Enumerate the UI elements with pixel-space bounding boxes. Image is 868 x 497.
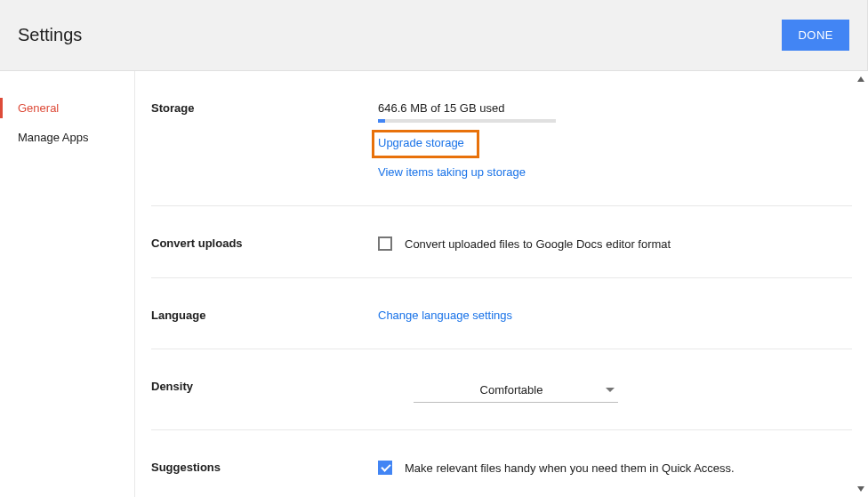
section-label-suggestions: Suggestions <box>151 461 378 475</box>
convert-uploads-text: Convert uploaded files to Google Docs ed… <box>405 237 671 251</box>
section-language: Language Change language settings <box>151 305 852 349</box>
svg-marker-0 <box>857 76 864 82</box>
section-density: Density Comfortable <box>151 376 852 430</box>
density-dropdown[interactable]: Comfortable <box>414 380 618 403</box>
convert-uploads-checkbox[interactable] <box>378 236 392 251</box>
scroll-up-icon[interactable] <box>856 75 865 84</box>
storage-progress-fill <box>378 119 385 123</box>
storage-progress-bar <box>378 119 556 123</box>
header: Settings DONE <box>0 0 868 71</box>
highlight-upgrade-storage: Upgrade storage <box>372 130 479 158</box>
done-button[interactable]: DONE <box>782 20 849 51</box>
section-label-density: Density <box>151 380 378 403</box>
sidebar-item-manage-apps[interactable]: Manage Apps <box>0 127 134 148</box>
sidebar-item-label: Manage Apps <box>18 131 89 144</box>
section-storage: Storage 646.6 MB of 15 GB used Upgrade s… <box>151 98 852 206</box>
upgrade-storage-link[interactable]: Upgrade storage <box>378 136 464 149</box>
page-title: Settings <box>18 25 82 45</box>
section-label-convert: Convert uploads <box>151 236 378 251</box>
sidebar-item-label: General <box>18 101 59 115</box>
storage-usage-text: 646.6 MB of 15 GB used <box>378 101 852 115</box>
section-suggestions: Suggestions Make relevant files handy wh… <box>151 457 852 497</box>
section-label-language: Language <box>151 309 378 322</box>
suggestions-text: Make relevant files handy when you need … <box>405 461 735 475</box>
sidebar-item-general[interactable]: General <box>0 98 134 118</box>
settings-content[interactable]: Storage 646.6 MB of 15 GB used Upgrade s… <box>135 71 868 497</box>
section-convert-uploads: Convert uploads Convert uploaded files t… <box>151 233 852 278</box>
suggestions-checkbox[interactable] <box>378 461 392 475</box>
density-selected-value: Comfortable <box>417 383 606 397</box>
section-label-storage: Storage <box>151 101 378 179</box>
scroll-down-icon[interactable] <box>856 485 865 493</box>
sidebar: General Manage Apps <box>0 71 135 497</box>
change-language-link[interactable]: Change language settings <box>378 309 512 322</box>
chevron-down-icon <box>606 388 615 392</box>
svg-marker-1 <box>857 486 864 492</box>
view-storage-items-link[interactable]: View items taking up storage <box>378 165 526 179</box>
